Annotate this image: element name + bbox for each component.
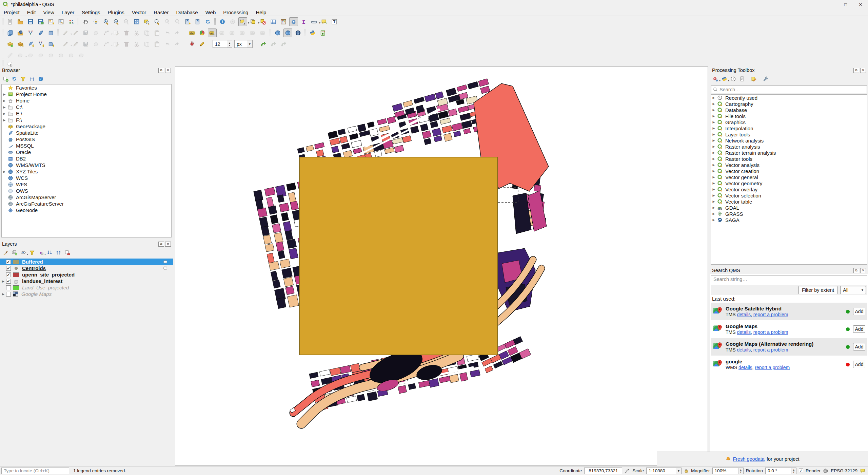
- processing-search-input[interactable]: Search…: [711, 86, 867, 93]
- zoom-to-layer-button[interactable]: [153, 17, 161, 26]
- processing-category-interpolation[interactable]: ▶Interpolation: [711, 125, 867, 131]
- filter-by-expression-button[interactable]: ε▾: [37, 248, 45, 256]
- coordinate-capture-button[interactable]: coord: [318, 28, 327, 37]
- new-shapefile-layer-button[interactable]: ✱: [16, 40, 25, 49]
- browser-item-e-[interactable]: ▶E:\: [2, 110, 171, 117]
- locator-input[interactable]: Type to locate (Ctrl+K): [1, 468, 69, 474]
- processing-category-raster-analysis[interactable]: ▶Raster analysis: [711, 144, 867, 150]
- open-layer-styling-button[interactable]: [1, 248, 9, 256]
- browser-item-mssql[interactable]: MSSQL: [2, 142, 171, 149]
- add-postgis-layer-button[interactable]: [46, 28, 55, 37]
- crs-globe-icon[interactable]: [823, 468, 828, 474]
- expand-arrow-icon[interactable]: ▶: [1, 292, 5, 296]
- expand-arrow-icon[interactable]: ▶: [711, 157, 716, 160]
- new-spatial-bookmark-button[interactable]: ✱: [183, 17, 192, 26]
- expand-arrow-icon[interactable]: ▶: [2, 170, 7, 173]
- processing-category-vector-table[interactable]: ▶Vector table: [711, 198, 867, 205]
- open-project-button[interactable]: [16, 17, 25, 26]
- layer-labeling-options-button[interactable]: abc: [188, 28, 196, 37]
- toolbar-grip[interactable]: [77, 18, 80, 25]
- enable-snapping-button[interactable]: [188, 40, 196, 49]
- spinner-arrows[interactable]: ▲▼: [738, 468, 743, 474]
- add-service-button[interactable]: Add: [853, 308, 865, 315]
- processing-category-vector-overlay[interactable]: ▶Vector overlay: [711, 186, 867, 192]
- menu-layer[interactable]: Layer: [58, 10, 78, 15]
- layers-close-button[interactable]: ✕: [165, 242, 171, 247]
- layer-item-buffered[interactable]: ✓Buffered: [0, 259, 173, 265]
- messages-bubble-icon[interactable]: [860, 468, 865, 473]
- processing-category-gdal[interactable]: ▶GDALGDAL: [711, 205, 867, 211]
- layer-visibility-checkbox[interactable]: ✓: [6, 260, 11, 264]
- expand-arrow-icon[interactable]: ▶: [711, 96, 716, 99]
- expand-arrow-icon[interactable]: ▶: [711, 200, 716, 203]
- history-button[interactable]: [729, 75, 737, 83]
- pan-to-selection-button[interactable]: [92, 17, 100, 26]
- details-link[interactable]: details: [738, 365, 752, 370]
- browser-item-spatialite[interactable]: SpatiaLite: [2, 130, 171, 136]
- results-viewer-button[interactable]: [738, 75, 746, 83]
- layer-visibility-checkbox[interactable]: [6, 292, 11, 297]
- new-spatialite-layer-button[interactable]: ✱: [26, 40, 35, 49]
- collapse-all-button[interactable]: [54, 248, 62, 256]
- browser-float-button[interactable]: ⧉: [158, 68, 164, 73]
- manage-map-themes-button[interactable]: ▾: [19, 248, 27, 256]
- menu-database[interactable]: Database: [172, 10, 201, 15]
- toolbar-grip[interactable]: [304, 29, 307, 37]
- expand-arrow-icon[interactable]: ▶: [711, 169, 716, 173]
- coordinate-input[interactable]: 819370,73321: [584, 468, 622, 474]
- toolbar-grip[interactable]: [57, 29, 59, 37]
- processing-category-saga[interactable]: ▶SAGA: [711, 217, 867, 223]
- processing-category-raster-tools[interactable]: ▶Raster tools: [711, 156, 867, 162]
- new-project-button[interactable]: [6, 17, 15, 26]
- layer-item-upenn-site-projected[interactable]: ✓upenn_site_projected: [0, 271, 173, 278]
- menu-project[interactable]: Project: [0, 10, 23, 15]
- save-project-button[interactable]: [26, 17, 35, 26]
- expand-arrow-icon[interactable]: ▶: [711, 182, 716, 185]
- processing-category-recently-used[interactable]: ▶Recently used: [711, 95, 867, 101]
- map-tips-button[interactable]: [320, 17, 329, 26]
- extents-icon[interactable]: [625, 468, 630, 474]
- toolbar-grip[interactable]: [183, 29, 186, 37]
- processing-category-layer-tools[interactable]: ▶Layer tools: [711, 131, 867, 137]
- details-link[interactable]: details: [737, 329, 750, 335]
- toolbar-grip[interactable]: [2, 40, 4, 48]
- browser-item-project-home[interactable]: ▶Project Home: [2, 91, 171, 97]
- style-manager-button[interactable]: a: [67, 17, 76, 26]
- add-selected-layer-button[interactable]: [1, 75, 9, 83]
- browser-item-wcs[interactable]: WCS: [2, 175, 171, 181]
- browser-item-wms-wmts[interactable]: WMS/WMTS: [2, 162, 171, 168]
- layer-visibility-checkbox[interactable]: ✓: [6, 272, 11, 277]
- processing-category-grass[interactable]: ▶GRASS: [711, 211, 867, 217]
- scale-combo[interactable]: 1:10380 ▼: [646, 468, 682, 474]
- report-problem-link[interactable]: report a problem: [753, 347, 788, 353]
- toolbar-grip[interactable]: [214, 18, 216, 25]
- expand-arrow-icon[interactable]: ▶: [711, 163, 716, 167]
- expand-arrow-icon[interactable]: ▶: [711, 206, 716, 209]
- new-geopackage-layer-button[interactable]: [6, 40, 15, 49]
- deselect-all-button[interactable]: [259, 17, 268, 26]
- rotation-spinbox[interactable]: 0.0 ° ▲▼: [765, 468, 796, 474]
- select-by-rectangle-button[interactable]: ▾: [238, 17, 247, 26]
- processing-category-graphics[interactable]: ▶Graphics: [711, 119, 867, 125]
- toolbar-grip[interactable]: [255, 40, 257, 48]
- report-problem-link[interactable]: report a problem: [753, 329, 788, 335]
- layer-diagram-options-button[interactable]: [198, 28, 206, 37]
- browser-item-home[interactable]: ▶Home: [2, 97, 171, 104]
- text-annotation-button[interactable]: T: [330, 17, 339, 26]
- expand-arrow-icon[interactable]: ▶: [2, 99, 7, 102]
- browser-item-postgis[interactable]: PostGIS: [2, 136, 171, 142]
- toolbar-grip[interactable]: [2, 52, 4, 59]
- browser-item-geonode[interactable]: GeoNode: [2, 207, 171, 213]
- toolbar-grip[interactable]: [208, 40, 211, 48]
- menu-web[interactable]: Web: [202, 10, 220, 15]
- pan-map-button[interactable]: [81, 17, 90, 26]
- layer-visibility-checkbox[interactable]: [6, 285, 11, 290]
- processing-category-vector-selection[interactable]: ▶Vector selection: [711, 192, 867, 198]
- processing-category-vector-general[interactable]: ▶Vector general: [711, 174, 867, 180]
- layout-manager-button[interactable]: [57, 17, 65, 26]
- models-menu-button[interactable]: ▾: [711, 75, 719, 83]
- processing-category-cartography[interactable]: ▶Cartography: [711, 101, 867, 107]
- new-print-layout-button[interactable]: ✱: [46, 17, 55, 26]
- add-group-button[interactable]: [10, 248, 18, 256]
- zoom-in-button[interactable]: [102, 17, 111, 26]
